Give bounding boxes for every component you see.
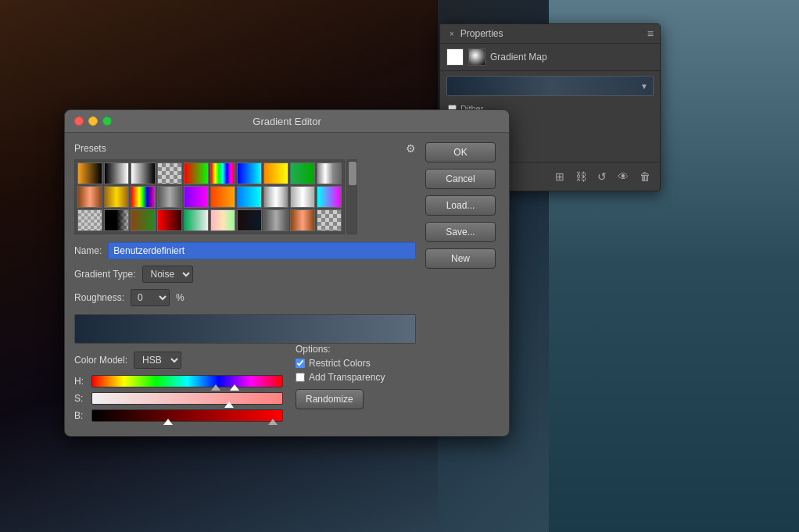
preset-swatch-16[interactable] (210, 186, 235, 208)
preset-swatch-28[interactable] (263, 209, 288, 231)
roughness-select[interactable]: 0 25 50 75 100 (131, 289, 170, 306)
preset-swatch-30[interactable] (317, 209, 342, 231)
sliders-column: Color Model: HSB RGB Lab H: (74, 344, 283, 427)
presets-grid (74, 159, 345, 234)
options-label: Options: (296, 344, 416, 355)
panel-close-button[interactable]: × (446, 30, 457, 38)
reset-icon-button[interactable]: ↺ (594, 169, 610, 184)
traffic-lights (74, 116, 112, 126)
gradient-type-select[interactable]: Noise Solid (142, 266, 193, 283)
b-slider-track[interactable] (91, 409, 283, 422)
preset-swatch-19[interactable] (290, 186, 315, 208)
dialog-titlebar: Gradient Editor (65, 110, 509, 133)
maximize-traffic-light[interactable] (102, 116, 112, 126)
dialog-right-buttons: OK Cancel Load... Save... New (425, 142, 500, 427)
preset-swatch-25[interactable] (184, 209, 209, 231)
preset-swatch-9[interactable] (290, 162, 315, 184)
preset-swatch-22[interactable] (104, 209, 129, 231)
percent-label: % (176, 292, 185, 303)
preset-swatch-23[interactable] (131, 209, 156, 231)
preset-swatch-24[interactable] (157, 209, 182, 231)
panel-titlebar: × Properties ≡ (440, 24, 660, 44)
cancel-button[interactable]: Cancel (425, 169, 496, 189)
link-icon-button[interactable]: ⛓ (572, 169, 589, 184)
s-slider-thumb (224, 402, 234, 408)
preset-swatch-7[interactable] (237, 162, 262, 184)
gradient-preview-dropdown[interactable]: ▼ (446, 76, 654, 96)
dialog-title-text: Gradient Editor (253, 116, 321, 127)
h-slider-track[interactable] (91, 375, 283, 387)
h-slider-thumb-1 (211, 384, 220, 391)
gradient-preview-bar (74, 314, 416, 344)
preset-swatch-12[interactable] (104, 186, 129, 208)
s-slider-track[interactable] (91, 392, 283, 405)
save-button[interactable]: Save... (425, 222, 496, 242)
adjustment-icon-button[interactable]: ⊞ (552, 169, 568, 184)
preset-swatch-11[interactable] (77, 186, 102, 208)
preset-swatch-20[interactable] (317, 186, 342, 208)
b-channel-label: B: (74, 410, 85, 421)
name-label: Name: (74, 245, 102, 256)
preset-swatch-18[interactable] (263, 186, 288, 208)
presets-label-text: Presets (74, 143, 106, 154)
preset-swatch-5[interactable] (184, 162, 209, 184)
bottom-section: Color Model: HSB RGB Lab H: (74, 344, 416, 427)
new-button[interactable]: New (425, 248, 496, 269)
roughness-label: Roughness: (74, 292, 124, 303)
preset-swatch-17[interactable] (237, 186, 262, 208)
restrict-colors-label: Restrict Colors (309, 358, 371, 369)
ok-button[interactable]: OK (425, 142, 496, 162)
restrict-colors-row: Restrict Colors (296, 358, 416, 369)
hsb-sliders: H: S: (74, 375, 283, 422)
gradient-editor-dialog: Gradient Editor Presets ⚙ (64, 109, 510, 437)
preset-swatch-2[interactable] (104, 162, 129, 184)
color-model-row: Color Model: HSB RGB Lab (74, 352, 283, 369)
dialog-body: Presets ⚙ (65, 133, 509, 436)
minimize-traffic-light[interactable] (88, 116, 98, 126)
preset-swatch-1[interactable] (77, 162, 102, 184)
preset-swatch-15[interactable] (184, 186, 209, 208)
preset-swatch-29[interactable] (290, 209, 315, 231)
presets-scrollbar[interactable] (346, 159, 357, 234)
preset-swatch-8[interactable] (263, 162, 288, 184)
s-slider-row: S: (74, 392, 283, 405)
h-slider-thumb-2 (230, 384, 239, 391)
presets-gear-icon[interactable]: ⚙ (406, 142, 416, 155)
color-model-select[interactable]: HSB RGB Lab (134, 352, 181, 369)
visibility-icon-button[interactable]: 👁 (614, 169, 632, 184)
name-row: Name: (74, 242, 416, 259)
close-traffic-light[interactable] (74, 116, 84, 126)
presets-scroll-thumb (349, 162, 357, 185)
preset-swatch-14[interactable] (157, 186, 182, 208)
panel-title-left: × Properties (446, 28, 503, 39)
preset-swatch-13[interactable] (131, 186, 156, 208)
preset-swatch-21[interactable] (77, 209, 102, 231)
panel-menu-button[interactable]: ≡ (647, 27, 654, 40)
delete-icon-button[interactable]: 🗑 (636, 169, 654, 184)
preset-swatch-4[interactable] (157, 162, 182, 184)
b-slider-thumb-1 (163, 419, 173, 425)
gradient-map-label: Gradient Map (490, 52, 547, 62)
presets-grid-container (74, 159, 416, 234)
panel-header-bar: Gradient Map (440, 44, 660, 71)
add-transparency-checkbox[interactable] (296, 373, 305, 382)
gradient-dropdown-area: ▼ (440, 71, 660, 101)
preset-swatch-26[interactable] (210, 209, 235, 231)
h-channel-label: H: (74, 376, 85, 387)
preset-swatch-10[interactable] (317, 162, 342, 184)
presets-label-row: Presets ⚙ (74, 142, 416, 155)
name-input[interactable] (108, 242, 416, 259)
restrict-colors-checkbox[interactable] (296, 359, 305, 368)
panel-title-text: Properties (460, 28, 503, 39)
dialog-left-section: Presets ⚙ (74, 142, 416, 427)
gradient-type-label: Gradient Type: (74, 269, 136, 280)
preset-swatch-3[interactable] (131, 162, 156, 184)
add-transparency-row: Add Transparency (296, 372, 416, 383)
preset-swatch-27[interactable] (237, 209, 262, 231)
dropdown-arrow-icon: ▼ (640, 82, 648, 91)
layer-thumb-white (446, 48, 464, 66)
preset-swatch-6[interactable] (210, 162, 235, 184)
color-model-label: Color Model: (74, 355, 127, 366)
randomize-button[interactable]: Randomize (296, 389, 364, 409)
load-button[interactable]: Load... (425, 195, 496, 216)
